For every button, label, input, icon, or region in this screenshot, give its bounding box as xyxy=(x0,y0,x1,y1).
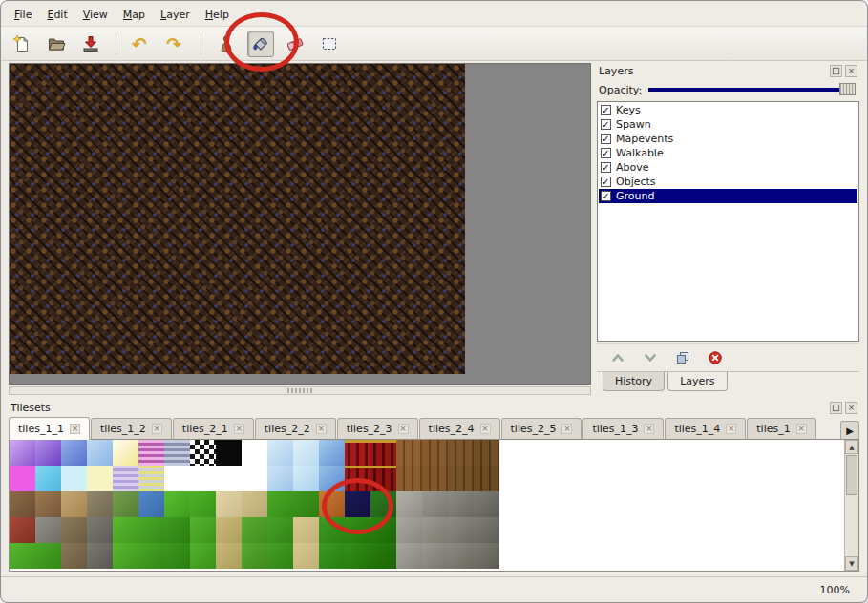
tileset-tile[interactable] xyxy=(345,466,370,491)
tileset-tile[interactable] xyxy=(190,466,216,491)
tileset-tile[interactable] xyxy=(138,543,164,569)
tileset-tile[interactable] xyxy=(87,466,113,491)
tileset-tile[interactable] xyxy=(319,466,345,491)
tileset-tile[interactable] xyxy=(164,517,190,543)
opacity-slider[interactable] xyxy=(648,88,854,92)
tileset-tab-tiles_2_5[interactable]: tiles_2_5× xyxy=(501,418,582,440)
scroll-down-icon[interactable]: ▼ xyxy=(845,556,858,571)
tileset-tile[interactable] xyxy=(216,491,242,517)
tileset-tile[interactable] xyxy=(164,466,190,491)
tileset-tile[interactable] xyxy=(422,543,448,569)
layer-checkbox[interactable]: ✓ xyxy=(601,191,611,201)
tileset-tile[interactable] xyxy=(345,517,370,543)
tileset-tile[interactable] xyxy=(267,517,293,543)
tileset-tile[interactable] xyxy=(474,543,499,569)
panel-tab-history[interactable]: History xyxy=(603,372,665,391)
tileset-tile[interactable] xyxy=(293,491,319,517)
opacity-slider-handle[interactable] xyxy=(839,83,856,95)
tileset-tab-tiles_1_1[interactable]: tiles_1_1× xyxy=(9,417,90,440)
horizontal-scrollbar[interactable] xyxy=(9,386,591,395)
tileset-tile[interactable] xyxy=(61,491,87,517)
tileset-tab-tiles_1_2[interactable]: tiles_1_2× xyxy=(91,418,172,440)
tileset-tile[interactable] xyxy=(61,466,87,491)
tileset-tile[interactable] xyxy=(345,543,370,569)
tileset-tile[interactable] xyxy=(164,440,190,466)
tileset-tile[interactable] xyxy=(267,440,293,466)
eraser-tool-button[interactable] xyxy=(282,31,308,57)
tab-close-icon[interactable]: × xyxy=(480,424,491,434)
tileset-tile[interactable] xyxy=(138,466,164,491)
tileset-tile[interactable] xyxy=(10,440,35,466)
menu-item-edit[interactable]: Edit xyxy=(39,6,74,24)
tileset-tile[interactable] xyxy=(10,543,35,569)
tileset-tile[interactable] xyxy=(35,466,61,491)
undo-button[interactable]: ↶ xyxy=(128,31,155,57)
tab-close-icon[interactable]: × xyxy=(644,424,654,434)
scroll-up-icon[interactable]: ▲ xyxy=(845,440,858,454)
tileset-tile[interactable] xyxy=(164,491,190,517)
delete-layer-button[interactable] xyxy=(706,348,725,367)
tileset-tile[interactable] xyxy=(396,517,422,543)
tab-close-icon[interactable]: × xyxy=(234,424,244,434)
tileset-tile[interactable] xyxy=(61,543,87,569)
new-map-button[interactable] xyxy=(9,31,35,57)
tileset-tile[interactable] xyxy=(422,440,448,466)
tileset-tile[interactable] xyxy=(138,440,164,466)
layer-row[interactable]: ✓Walkable xyxy=(599,146,857,160)
tileset-tab-tiles_2_4[interactable]: tiles_2_4× xyxy=(419,418,500,440)
vertical-scrollbar[interactable]: ▲ ▼ xyxy=(844,440,858,571)
layer-checkbox[interactable]: ✓ xyxy=(601,134,611,144)
tileset-tile[interactable] xyxy=(319,491,345,517)
tileset-tile[interactable] xyxy=(422,491,448,517)
tileset-tile[interactable] xyxy=(448,491,474,517)
tileset-tile[interactable] xyxy=(370,543,396,569)
tileset-tile[interactable] xyxy=(216,440,242,466)
tab-close-icon[interactable]: × xyxy=(316,424,327,434)
tab-close-icon[interactable]: × xyxy=(726,424,736,434)
tileset-tab-tiles_2_1[interactable]: tiles_2_1× xyxy=(173,418,254,440)
tileset-tile[interactable] xyxy=(396,466,422,491)
layer-checkbox[interactable]: ✓ xyxy=(601,105,611,115)
tileset-tile[interactable] xyxy=(87,440,113,466)
move-layer-up-button[interactable] xyxy=(608,348,627,367)
tileset-tile[interactable] xyxy=(87,491,113,517)
menu-item-map[interactable]: Map xyxy=(116,6,153,24)
tileset-tile[interactable] xyxy=(474,517,499,543)
tileset-tile[interactable] xyxy=(10,466,35,491)
tileset-tile[interactable] xyxy=(61,440,87,466)
tileset-tile[interactable] xyxy=(35,491,61,517)
close-panel-icon[interactable]: × xyxy=(845,65,857,77)
tab-close-icon[interactable]: × xyxy=(561,424,572,434)
menu-item-help[interactable]: Help xyxy=(198,6,237,24)
tileset-tile[interactable] xyxy=(10,517,35,543)
scrollbar-track[interactable] xyxy=(845,496,858,556)
tileset-tile[interactable] xyxy=(319,543,345,569)
tileset-tile[interactable] xyxy=(216,466,242,491)
tileset-tile[interactable] xyxy=(242,491,267,517)
tileset-tile[interactable] xyxy=(113,440,138,466)
scrollbar-grip-icon[interactable] xyxy=(287,388,312,393)
tileset-tile[interactable] xyxy=(370,517,396,543)
menu-item-file[interactable]: File xyxy=(7,6,39,24)
layer-row[interactable]: ✓Above xyxy=(599,160,857,175)
tab-scroll-right-button[interactable]: ▶ xyxy=(840,421,859,440)
tileset-tile[interactable] xyxy=(474,440,499,466)
tileset-tile[interactable] xyxy=(448,517,474,543)
tileset-tile[interactable] xyxy=(319,440,345,466)
tileset-tile[interactable] xyxy=(113,491,138,517)
tileset-tile[interactable] xyxy=(113,466,138,491)
tileset-tile[interactable] xyxy=(474,466,499,491)
scrollbar-thumb[interactable] xyxy=(846,455,857,495)
tab-close-icon[interactable]: × xyxy=(152,424,162,434)
tileset-tile[interactable] xyxy=(35,543,61,569)
tileset-tile[interactable] xyxy=(242,440,267,466)
tab-close-icon[interactable]: × xyxy=(70,424,80,434)
layer-checkbox[interactable]: ✓ xyxy=(601,162,611,173)
tileset-tile[interactable] xyxy=(345,491,370,517)
tileset-tab-tiles_1[interactable]: tiles_1× xyxy=(747,418,815,440)
tileset-tile[interactable] xyxy=(293,466,319,491)
move-layer-down-button[interactable] xyxy=(641,348,660,367)
panel-tab-layers[interactable]: Layers xyxy=(667,372,727,391)
tileset-tile[interactable] xyxy=(138,517,164,543)
tileset-tile[interactable] xyxy=(293,517,319,543)
